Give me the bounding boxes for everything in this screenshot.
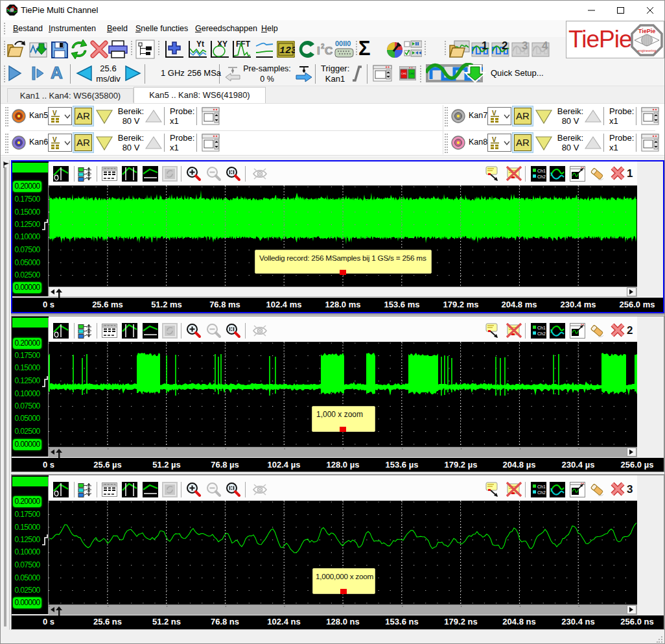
svg-text:TiePie: TiePie: [638, 28, 655, 34]
svg-text:1: 1: [482, 41, 487, 52]
svg-text:C: C: [325, 45, 332, 57]
svg-text:4: 4: [542, 41, 548, 52]
svg-text:FFT: FFT: [236, 40, 251, 49]
svg-text:I: I: [317, 45, 320, 57]
svg-text:V: V: [52, 110, 57, 117]
svg-text:123: 123: [279, 45, 295, 56]
svg-text:V: V: [492, 110, 496, 117]
svg-text:2: 2: [502, 41, 508, 52]
svg-text:CH1: CH1: [401, 72, 407, 75]
svg-text:3: 3: [522, 41, 528, 52]
svg-text:CH2: CH2: [409, 72, 415, 75]
svg-text:Yt: Yt: [196, 40, 204, 49]
svg-text:V: V: [492, 136, 496, 143]
svg-text:00II0: 00II0: [335, 40, 351, 47]
svg-text:engineering: engineering: [638, 49, 657, 53]
svg-text:V: V: [52, 136, 57, 143]
